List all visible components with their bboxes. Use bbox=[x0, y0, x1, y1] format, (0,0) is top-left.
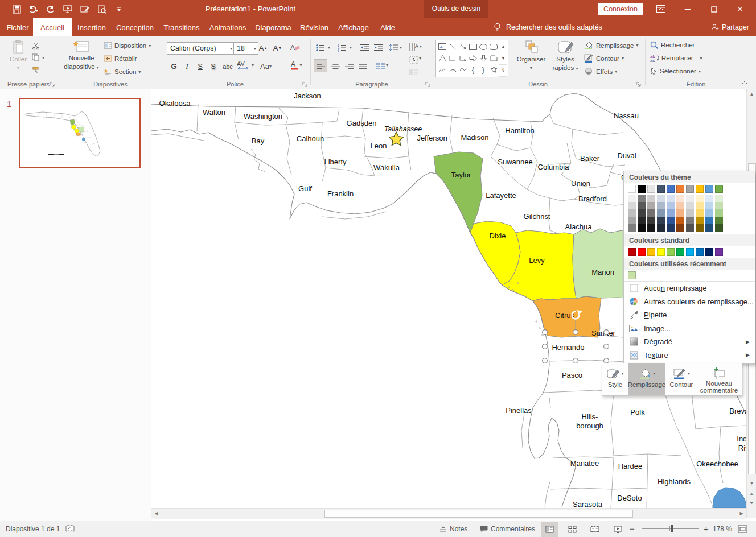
mini-style-button[interactable]: ▾ Style bbox=[602, 363, 628, 395]
columns-button[interactable] bbox=[375, 60, 387, 72]
bold-button[interactable]: G bbox=[168, 60, 180, 72]
next-slide-icon[interactable]: ⏷ bbox=[747, 499, 756, 508]
theme-color-1[interactable] bbox=[628, 185, 636, 193]
font-name-combo[interactable]: Calibri (Corps)▾ bbox=[167, 42, 235, 55]
numbering-caret-icon[interactable]: ▾ bbox=[350, 45, 352, 50]
change-case-button[interactable]: Aa ▾ bbox=[257, 60, 274, 72]
variant-color-3-9[interactable] bbox=[705, 209, 713, 217]
variant-color-1-6[interactable] bbox=[676, 195, 684, 202]
bullets-button[interactable] bbox=[314, 42, 327, 53]
standard-color-3[interactable] bbox=[647, 248, 655, 256]
layout-button[interactable]: Disposition▾ bbox=[104, 42, 151, 49]
variant-color-1-2[interactable] bbox=[638, 195, 646, 202]
align-right-button[interactable] bbox=[343, 60, 355, 72]
variant-color-5-6[interactable] bbox=[676, 224, 684, 232]
text-shadow-button[interactable]: S bbox=[207, 60, 219, 72]
variant-color-2-8[interactable] bbox=[696, 202, 704, 209]
theme-color-8[interactable] bbox=[696, 185, 704, 193]
variant-color-4-10[interactable] bbox=[715, 217, 723, 224]
character-spacing-button[interactable]: AV ▾ bbox=[237, 59, 254, 71]
align-center-button[interactable] bbox=[329, 60, 342, 72]
new-slide-button[interactable]: Nouvelle diapositive ▾ bbox=[64, 40, 99, 71]
menu-item-autres-couleurs-de-remplissage[interactable]: Autres couleurs de remplissage... bbox=[624, 295, 755, 309]
font-color-button[interactable]: A ▾ bbox=[287, 59, 305, 71]
variant-color-5-10[interactable] bbox=[715, 224, 723, 232]
menu-item-texture[interactable]: Texture▶ bbox=[624, 349, 755, 362]
shapes-gallery-scroll[interactable]: ▲▼⊽ bbox=[499, 40, 507, 77]
scroll-down-icon[interactable]: ▼ bbox=[747, 478, 756, 488]
menu-item-image[interactable]: Image... bbox=[624, 322, 755, 336]
variant-color-1-5[interactable] bbox=[667, 195, 675, 202]
variant-color-4-1[interactable] bbox=[628, 217, 636, 224]
scroll-right-icon[interactable]: ▶ bbox=[737, 509, 746, 518]
standard-color-6[interactable] bbox=[676, 248, 684, 256]
grow-font-button[interactable]: A▲ bbox=[257, 42, 269, 54]
standard-color-9[interactable] bbox=[705, 248, 713, 256]
close-button[interactable]: × bbox=[728, 0, 753, 18]
tab-aide[interactable]: Aide bbox=[375, 18, 401, 36]
standard-color-7[interactable] bbox=[686, 248, 694, 256]
font-dialog-launcher[interactable] bbox=[301, 80, 309, 88]
theme-color-2[interactable] bbox=[638, 185, 646, 193]
bullets-caret-icon[interactable]: ▾ bbox=[328, 45, 330, 50]
ribbon-display-options-icon[interactable] bbox=[656, 4, 666, 16]
variant-color-3-4[interactable] bbox=[657, 209, 665, 217]
cut-button[interactable] bbox=[32, 42, 40, 50]
variant-color-5-7[interactable] bbox=[686, 224, 694, 232]
slide-sorter-view-button[interactable] bbox=[564, 522, 581, 537]
justify-button[interactable] bbox=[356, 60, 369, 72]
horizontal-scrollbar[interactable]: ◀ ▶ bbox=[151, 508, 746, 519]
variant-color-2-6[interactable] bbox=[676, 202, 684, 209]
standard-color-2[interactable] bbox=[638, 248, 646, 256]
theme-color-10[interactable] bbox=[715, 185, 723, 193]
variant-color-4-2[interactable] bbox=[638, 217, 646, 224]
theme-color-4[interactable] bbox=[657, 185, 665, 193]
mini-outline-button[interactable]: ▾ Contour bbox=[665, 363, 697, 395]
variant-color-4-4[interactable] bbox=[657, 217, 665, 224]
standard-color-8[interactable] bbox=[696, 248, 704, 256]
clear-formatting-button[interactable]: A bbox=[289, 42, 301, 53]
variant-color-3-2[interactable] bbox=[638, 209, 646, 217]
tab-fichier[interactable]: Fichier bbox=[3, 18, 32, 36]
recent-color-1[interactable] bbox=[628, 271, 636, 279]
normal-view-button[interactable] bbox=[541, 522, 558, 537]
slide-thumbnail[interactable] bbox=[19, 98, 141, 168]
variant-color-2-5[interactable] bbox=[667, 202, 675, 209]
zoom-slider-thumb[interactable] bbox=[671, 525, 673, 532]
share-button[interactable]: Partager bbox=[711, 18, 749, 36]
variant-color-2-3[interactable] bbox=[647, 202, 655, 209]
notes-toggle[interactable]: Notes bbox=[439, 521, 467, 536]
menu-item-aucun-remplissage[interactable]: Aucun remplissage bbox=[624, 282, 755, 295]
columns-caret-icon[interactable]: ▾ bbox=[386, 63, 388, 68]
text-direction-button[interactable]: A bbox=[408, 41, 420, 53]
format-painter-button[interactable] bbox=[32, 66, 40, 74]
tab-conception[interactable]: Conception bbox=[112, 18, 158, 36]
text-direction-caret-icon[interactable]: ▾ bbox=[420, 44, 422, 49]
lake-okeechobee-shape[interactable] bbox=[713, 488, 746, 508]
qat-undo-icon[interactable]: ▾ bbox=[26, 2, 41, 16]
variant-color-1-10[interactable] bbox=[715, 195, 723, 202]
mini-fill-button[interactable]: ▾ Remplissage bbox=[628, 363, 665, 395]
connexion-button[interactable]: Connexion bbox=[598, 3, 643, 15]
standard-color-10[interactable] bbox=[715, 248, 723, 256]
qat-redo-icon[interactable] bbox=[43, 2, 58, 16]
variant-color-2-7[interactable] bbox=[686, 202, 694, 209]
theme-color-7[interactable] bbox=[686, 185, 694, 193]
variant-color-3-8[interactable] bbox=[696, 209, 704, 217]
variant-color-4-8[interactable] bbox=[696, 217, 704, 224]
new-comment-button[interactable]: Nouveau commentaire bbox=[697, 363, 741, 395]
select-button[interactable]: Sélectionner▾ bbox=[650, 67, 701, 75]
paragraph-dialog-launcher[interactable] bbox=[424, 80, 432, 88]
previous-slide-icon[interactable]: ⏶ bbox=[747, 490, 756, 499]
qat-save-as-icon[interactable] bbox=[77, 2, 92, 16]
tab-animations[interactable]: Animations bbox=[205, 18, 250, 36]
copy-button[interactable]: ▾ bbox=[32, 53, 44, 61]
arrange-button[interactable]: Organiser ▾ bbox=[514, 40, 548, 72]
variant-color-4-9[interactable] bbox=[705, 217, 713, 224]
variant-color-4-5[interactable] bbox=[667, 217, 675, 224]
fit-to-window-button[interactable] bbox=[738, 521, 747, 536]
variant-color-5-3[interactable] bbox=[647, 224, 655, 232]
font-size-combo[interactable]: 18▾ bbox=[233, 42, 258, 55]
variant-color-4-6[interactable] bbox=[676, 217, 684, 224]
theme-color-6[interactable] bbox=[676, 185, 684, 193]
